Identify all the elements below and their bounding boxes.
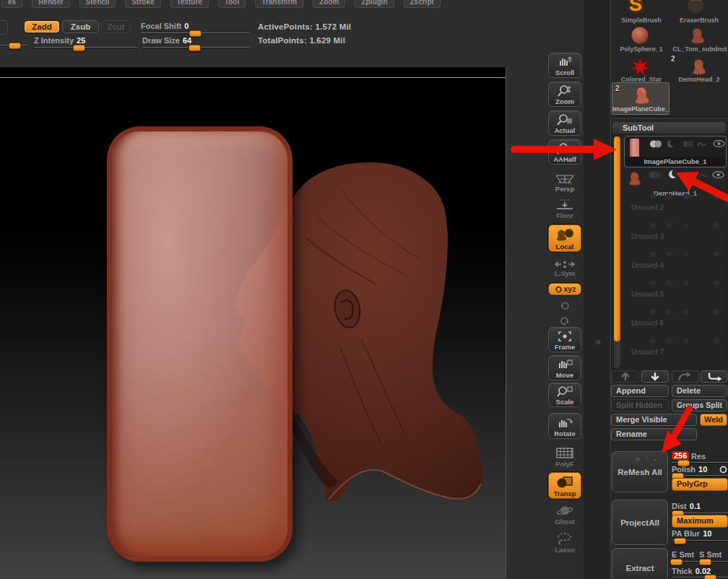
tool-thumb-imageplanecube-selected[interactable]: 2 ImagePlaneCube_ (612, 82, 670, 115)
simplebrush-icon[interactable]: S (629, 0, 642, 16)
zsub-button[interactable]: Zsub (62, 20, 99, 33)
dim-venn-icon[interactable] (682, 140, 695, 148)
projectall-button[interactable]: ProjectAll (612, 500, 668, 545)
zcut-button[interactable]: Zcut (101, 20, 131, 33)
transp-button[interactable]: Transp (548, 472, 581, 499)
zoom-button[interactable]: Zoom (548, 82, 581, 107)
demohead2-bust-icon[interactable] (690, 58, 708, 75)
rotate-z-toggle[interactable] (548, 298, 581, 311)
subtool-panel-header[interactable]: SubTool (612, 121, 727, 134)
brush-swirl-icon[interactable] (696, 140, 706, 148)
document-viewport[interactable] (0, 67, 506, 579)
menu-item-transform[interactable]: Transform (255, 0, 303, 8)
draw-size-handle[interactable] (188, 45, 201, 51)
zadd-button[interactable]: Zadd (24, 20, 60, 33)
crescent-toggle-icon[interactable] (667, 140, 677, 148)
subtool-scrollbar[interactable] (614, 136, 620, 341)
menu-item-zscript[interactable]: Zscript (404, 0, 441, 8)
tool-thumb-cltom[interactable]: CL_Tom_subdmit (670, 45, 728, 53)
e-smt-slider-handle[interactable] (670, 559, 682, 565)
polyframe-grid-icon (555, 447, 574, 460)
extract-button[interactable]: Extract (612, 548, 668, 579)
menu-item-es[interactable]: es (1, 0, 22, 8)
splitter-collapse-icon[interactable]: » (595, 335, 601, 347)
visibility-eye-icon[interactable] (713, 139, 725, 148)
actual-button[interactable]: Actual (548, 110, 581, 136)
subtool-item-demohead1[interactable]: DemoHead_1 (624, 168, 727, 199)
polysphere-icon[interactable] (630, 26, 649, 45)
ghost-button[interactable]: Ghost (548, 502, 581, 526)
subtool-item-unused2[interactable]: Unused 2 (631, 204, 664, 212)
brush-swirl-icon[interactable] (698, 171, 708, 179)
panel-splitter[interactable] (584, 0, 610, 579)
maximum-button[interactable]: Maximum (672, 515, 728, 528)
menu-item-render[interactable]: Render (32, 0, 69, 8)
subtool-item-unused4[interactable]: Unused 4 (631, 261, 664, 269)
subtool-item-unused3[interactable]: Unused 3 (631, 232, 664, 240)
s-smt-slider-handle[interactable] (699, 559, 711, 565)
menu-item-tool[interactable]: Tool (218, 0, 246, 8)
tool-thumb-eraserbrush[interactable]: EraserBrush (670, 17, 728, 24)
subtool-move-up-button[interactable] (611, 370, 638, 383)
subtool-item-unused6[interactable]: Unused 6 (631, 319, 664, 327)
transparency-icon (555, 476, 574, 489)
subtool-move-down-button[interactable] (641, 370, 669, 383)
tool-thumb-demohead2[interactable]: DemoHead_2 (670, 76, 728, 83)
polish-circle-toggle[interactable] (719, 466, 727, 474)
imageplane-cube[interactable] (107, 126, 292, 562)
colored-star-icon[interactable] (630, 58, 650, 76)
tool-thumb-simplebrush[interactable]: SimpleBrush (612, 17, 670, 24)
local-button[interactable]: Local (548, 225, 581, 252)
subtool-item-imageplanecube1[interactable]: ImagePlaneCube_1 (624, 136, 727, 167)
subtool-insert-button[interactable] (701, 370, 727, 383)
polypaint-venn-icon[interactable] (649, 140, 663, 148)
menu-item-stroke[interactable]: Stroke (125, 0, 160, 8)
subtool-duplicate-button[interactable] (672, 370, 699, 383)
groups-split-button[interactable]: Groups Split (672, 399, 727, 412)
scale-button[interactable]: Scale (548, 383, 581, 407)
subtool-item-unused5[interactable]: Unused 5 (631, 290, 664, 298)
cltom-bust-icon[interactable] (688, 27, 707, 44)
elbow-arrow-icon (701, 371, 727, 382)
lasso-button[interactable]: Lasso (548, 529, 581, 554)
rotate-xyz-button[interactable]: xyz (548, 283, 581, 295)
unused-slot-ghost-icons (650, 222, 656, 228)
merge-visible-button[interactable]: Merge Visible (611, 414, 697, 426)
crescent-toggle-icon-active[interactable] (668, 170, 680, 179)
move-button[interactable]: Move (548, 355, 581, 380)
visibility-eye-icon[interactable] (712, 170, 724, 179)
weld-button[interactable]: Weld (700, 414, 727, 426)
rotate-y-toggle[interactable] (548, 313, 581, 326)
menu-item-zoom[interactable]: Zoom (313, 0, 345, 8)
thick-slider-track[interactable] (672, 577, 728, 578)
cutoff-slider-handle[interactable] (9, 43, 21, 49)
frame-button[interactable]: Frame (548, 327, 581, 352)
floor-button[interactable]: Floor (548, 196, 581, 220)
menu-item-zplugin[interactable]: Zplugin (355, 0, 394, 8)
menu-item-texture[interactable]: Texture (170, 0, 209, 8)
polyf-button[interactable]: PolyF (548, 444, 581, 469)
remesh-all-button[interactable]: ReMesh All (612, 451, 668, 492)
thick-slider-handle[interactable] (704, 575, 716, 579)
magnifier-zoom-icon (556, 84, 573, 97)
arrow-down-icon (642, 371, 668, 382)
lsym-button[interactable]: L.Sym (548, 258, 581, 278)
menu-item-stencil[interactable]: Stencil (79, 0, 116, 8)
dim-venn-icon[interactable] (648, 171, 662, 179)
pa-blur-slider-handle[interactable] (674, 538, 686, 544)
eraserbrush-icon[interactable] (686, 0, 705, 14)
rename-button[interactable]: Rename (611, 428, 697, 440)
aahalf-button[interactable]: AAHalf (548, 139, 581, 165)
scroll-button[interactable]: Scroll (548, 53, 581, 78)
tool-thumb-polysphere[interactable]: PolySphere_1 (612, 45, 670, 53)
subtool-item-unused7[interactable]: Unused 7 (631, 348, 664, 356)
polygrp-button[interactable]: PolyGrp (672, 478, 728, 491)
dim-venn-icon[interactable] (685, 171, 696, 179)
split-hidden-button[interactable]: Split Hidden (611, 399, 669, 412)
z-intensity-handle[interactable] (73, 45, 85, 51)
persp-button[interactable]: Persp (548, 170, 581, 193)
delete-button[interactable]: Delete (672, 385, 727, 397)
append-button[interactable]: Append (611, 385, 669, 397)
rotate-button[interactable]: Rotate (548, 413, 581, 439)
z-intensity-track[interactable] (34, 47, 137, 48)
